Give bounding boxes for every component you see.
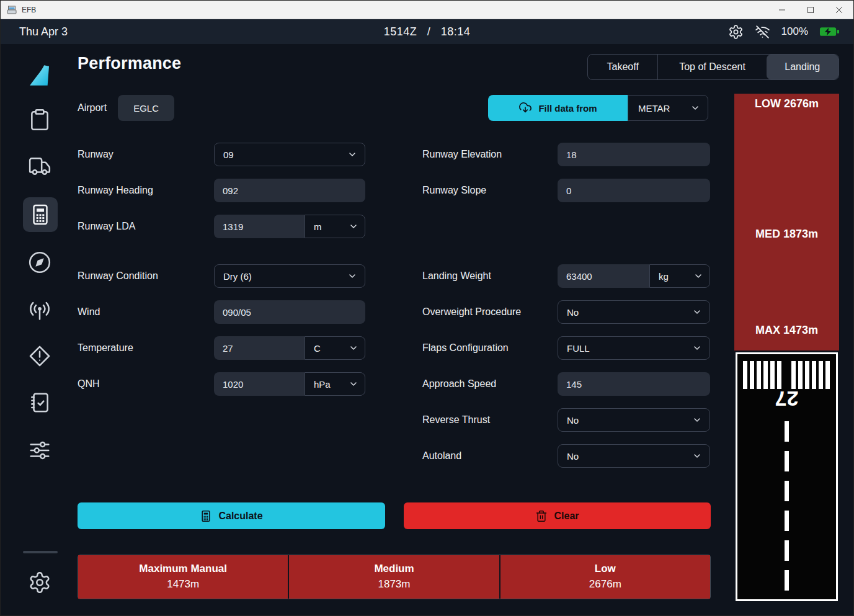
braking-distance-bar: LOW 2676m MED 1873m MAX 1473m	[734, 94, 839, 350]
runway-select[interactable]: 09	[214, 143, 365, 166]
sidebar-item-settings[interactable]	[22, 565, 57, 600]
qnh-label: QNH	[78, 378, 214, 390]
clear-button[interactable]: Clear	[404, 502, 711, 529]
runway-condition-select[interactable]: Dry (6)	[214, 264, 365, 288]
runway-threshold-stripes	[791, 361, 830, 389]
qnh-unit-select[interactable]: hPa	[305, 372, 365, 396]
sidebar-item-calculator-active[interactable]	[23, 197, 58, 232]
result-medium-label: Medium	[374, 561, 414, 577]
wifi-off-icon	[755, 24, 770, 40]
efb-app-icon	[7, 5, 17, 15]
fill-data-label: Fill data from	[538, 103, 597, 114]
tab-top-of-descent[interactable]: Top of Descent	[657, 55, 766, 79]
chevron-down-icon	[692, 415, 702, 425]
tab-takeoff[interactable]: Takeoff	[588, 55, 657, 79]
wind-input[interactable]	[214, 300, 365, 324]
low-marker: LOW 2676m	[734, 97, 839, 110]
titlebar: EFB	[1, 1, 853, 19]
gear-icon[interactable]	[728, 24, 744, 40]
runway-label: Runway	[78, 149, 214, 160]
overweight-procedure-value: No	[567, 307, 579, 318]
results-strip: Maximum Manual 1473m Medium 1873m Low 26…	[78, 555, 711, 599]
status-bar: Thu Apr 3 1514Z / 18:14 100%	[1, 19, 853, 44]
calculator-icon	[200, 510, 212, 522]
flaps-configuration-select[interactable]: FULL	[558, 336, 710, 360]
fill-data-group: Fill data from METAR	[488, 95, 708, 121]
runway-value: 09	[223, 150, 234, 160]
sidebar-item-sliders[interactable]	[22, 433, 57, 468]
reverse-thrust-label: Reverse Thrust	[422, 414, 558, 426]
sidebar-item-clipboard[interactable]	[22, 102, 57, 137]
temperature-unit-select[interactable]: C	[305, 336, 365, 360]
landing-weight-unit: kg	[659, 271, 669, 282]
runway-centerline	[785, 421, 789, 596]
qnh-input[interactable]	[214, 372, 305, 396]
battery-percentage: 100%	[781, 25, 808, 38]
runway-condition-label: Runway Condition	[78, 270, 214, 282]
flaps-configuration-label: Flaps Configuration	[422, 342, 558, 354]
temperature-label: Temperature	[78, 342, 214, 354]
fill-source-select[interactable]: METAR	[628, 95, 708, 121]
chevron-down-icon	[692, 307, 702, 317]
runway-lda-unit-select[interactable]: m	[305, 215, 365, 238]
chevron-down-icon	[349, 221, 358, 231]
max-marker: MAX 1473m	[734, 324, 839, 337]
result-low: Low 2676m	[500, 555, 710, 599]
landing-weight-unit-select[interactable]: kg	[649, 264, 710, 288]
airport-code-button[interactable]: EGLC	[118, 95, 174, 121]
runway-slope-input[interactable]	[558, 179, 710, 202]
sidebar-item-truck[interactable]	[22, 149, 57, 184]
autoland-value: No	[567, 451, 579, 462]
trash-icon	[535, 510, 548, 522]
performance-mode-tabs: Takeoff Top of Descent Landing	[587, 54, 839, 80]
landing-weight-label: Landing Weight	[422, 270, 558, 282]
result-low-value: 2676m	[589, 577, 621, 592]
autoland-select[interactable]: No	[558, 444, 710, 468]
landing-weight-input[interactable]	[558, 264, 649, 288]
qnh-unit: hPa	[314, 379, 331, 390]
chevron-down-icon	[349, 379, 358, 389]
fill-data-button[interactable]: Fill data from	[488, 95, 628, 121]
runway-number: 27	[737, 386, 836, 411]
reverse-thrust-value: No	[567, 415, 579, 426]
airport-label: Airport	[78, 102, 107, 114]
battery-charging-icon	[819, 25, 840, 38]
maximize-button[interactable]	[796, 1, 825, 19]
runway-lda-label: Runway LDA	[78, 221, 214, 232]
result-maximum-manual: Maximum Manual 1473m	[78, 555, 288, 599]
runway-slope-label: Runway Slope	[422, 185, 558, 196]
result-medium-value: 1873m	[378, 577, 411, 592]
window-title: EFB	[22, 6, 36, 14]
wind-label: Wind	[78, 306, 214, 318]
chevron-down-icon	[349, 343, 358, 353]
sidebar-item-compass[interactable]	[22, 245, 57, 280]
chevron-down-icon	[347, 271, 357, 281]
chevron-down-icon	[693, 271, 703, 281]
result-max-manual-value: 1473m	[167, 577, 199, 592]
approach-speed-input[interactable]	[558, 372, 710, 396]
zulu-time: 1514Z	[384, 25, 417, 38]
sidebar-item-checklist[interactable]	[22, 385, 57, 420]
clear-label: Clear	[554, 511, 579, 522]
minimize-button[interactable]	[768, 1, 796, 19]
reverse-thrust-select[interactable]: No	[558, 408, 710, 432]
runway-lda-input[interactable]	[214, 215, 305, 238]
runway-heading-label: Runway Heading	[78, 185, 214, 196]
sidebar-divider	[23, 551, 58, 553]
calculate-button[interactable]: Calculate	[78, 502, 385, 529]
overweight-procedure-select[interactable]: No	[558, 300, 710, 324]
local-time: 18:14	[441, 25, 471, 38]
tab-landing[interactable]: Landing	[767, 55, 838, 79]
chevron-down-icon	[690, 103, 700, 113]
temperature-input[interactable]	[214, 336, 305, 360]
close-button[interactable]	[825, 1, 853, 19]
runway-heading-input[interactable]	[214, 179, 365, 202]
overweight-procedure-label: Overweight Procedure	[422, 306, 558, 318]
chevron-down-icon	[692, 343, 702, 353]
med-marker: MED 1873m	[734, 228, 839, 241]
runway-elevation-input[interactable]	[558, 143, 710, 166]
sidebar-item-warning[interactable]	[22, 339, 57, 373]
sidebar-item-antenna[interactable]	[22, 293, 57, 328]
app-logo-tailfin	[22, 58, 57, 92]
runway-threshold-stripes	[743, 361, 781, 389]
